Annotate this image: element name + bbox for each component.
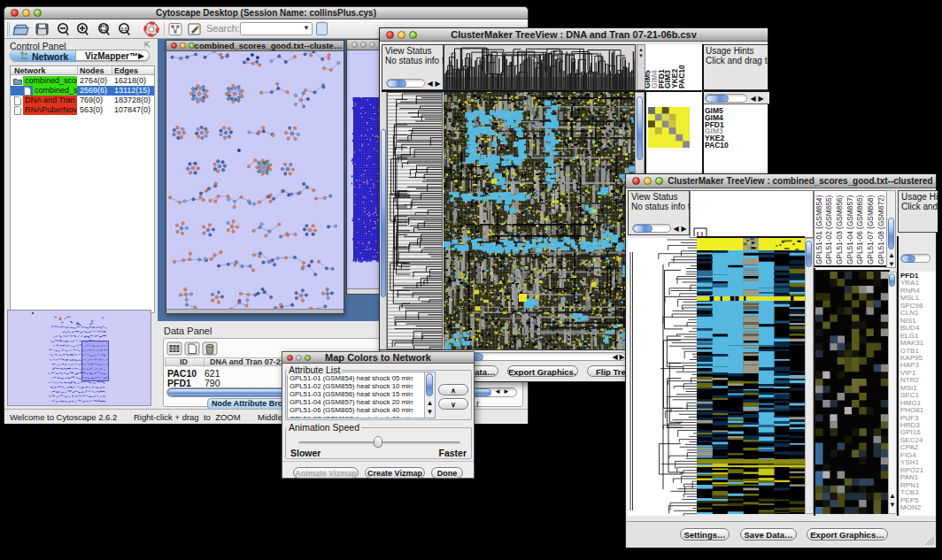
svg-text:GPL51-07 (GSM868): GPL51-07 (GSM868) — [866, 195, 875, 265]
svg-text:1:1: 1:1 — [120, 27, 127, 32]
svg-text:PAC10: PAC10 — [677, 65, 686, 88]
svg-text:GPL51-03 (GSM856): GPL51-03 (GSM856) — [835, 195, 844, 265]
svg-text:GPL51-01 (GSM854): GPL51-01 (GSM854) — [815, 195, 823, 265]
svg-text:GPL51-04 (GSM857): GPL51-04 (GSM857) — [845, 195, 854, 265]
svg-text:GPL51-02 (GSM855): GPL51-02 (GSM855) — [824, 195, 833, 265]
svg-text:GPL51-08 (GSM872): GPL51-08 (GSM872) — [876, 195, 885, 265]
svg-text:GPL51-06 (GSM865): GPL51-06 (GSM865) — [855, 195, 864, 265]
